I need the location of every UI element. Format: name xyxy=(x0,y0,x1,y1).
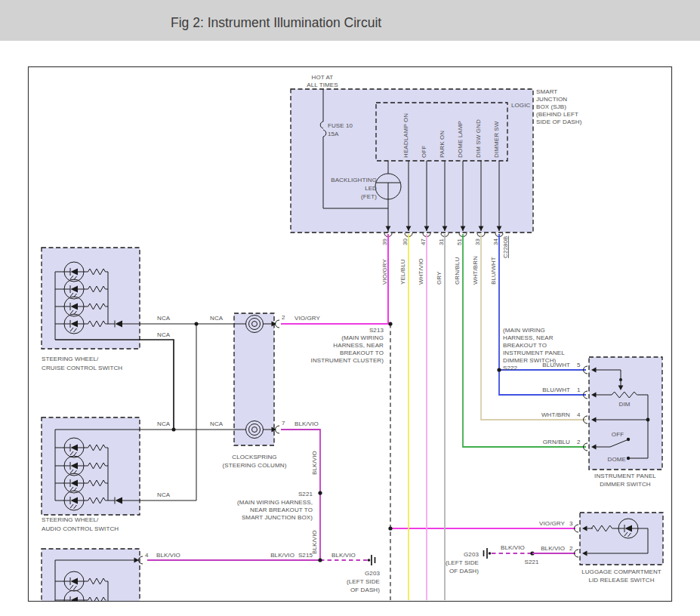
svg-text:NCA: NCA xyxy=(157,331,171,338)
cruise-switch-label: STEERING WHEEL/ xyxy=(42,356,99,362)
svg-text:BREAKOUT TO: BREAKOUT TO xyxy=(503,342,547,349)
wire-vio-gry xyxy=(281,234,575,528)
hot-at-label: HOT AT xyxy=(312,74,334,81)
svg-text:BOX (SJB): BOX (SJB) xyxy=(536,103,566,110)
svg-text:(LEFT SIDE: (LEFT SIDE xyxy=(446,559,479,566)
svg-text:AUDIO CONTROL SWITCH: AUDIO CONTROL SWITCH xyxy=(42,525,119,532)
blk-vio-label: BLK/VIO xyxy=(294,420,319,427)
svg-text:47: 47 xyxy=(420,238,427,245)
svg-text:INSTRUMENT CLUSTER): INSTRUMENT CLUSTER) xyxy=(311,357,384,364)
luggage-switch-label: LUGGAGE COMPARTMENT xyxy=(581,568,661,575)
svg-text:33: 33 xyxy=(474,238,481,245)
dimmer-switch-label: INSTRUMENT PANEL xyxy=(594,473,656,479)
clockspring-label: CLOCKSPRING xyxy=(232,454,276,460)
svg-text:HARNESS, NEAR: HARNESS, NEAR xyxy=(503,334,554,341)
svg-text:OFF: OFF xyxy=(421,146,427,158)
svg-text:CRUISE CONTROL SWITCH: CRUISE CONTROL SWITCH xyxy=(42,365,122,371)
svg-text:GRN/BLU: GRN/BLU xyxy=(454,257,461,285)
instrument-panel-dimmer-switch: OFF DOME DIM BLU/WHT 5 BLU/WHT 1 WHT/BRN… xyxy=(541,357,662,488)
pin-number: 3 xyxy=(569,520,573,527)
svg-text:(MAIN WIRING HARNESS,: (MAIN WIRING HARNESS, xyxy=(237,499,313,506)
svg-text:(MAIN WIRING: (MAIN WIRING xyxy=(503,327,545,334)
svg-text:SMART JUNCTION BOX): SMART JUNCTION BOX) xyxy=(242,514,313,521)
svg-text:(MAIN WIRING: (MAIN WIRING xyxy=(341,334,384,341)
svg-text:(FET): (FET) xyxy=(361,193,377,200)
svg-text:WHT/BRN: WHT/BRN xyxy=(541,411,570,418)
svg-text:ALL TIMES: ALL TIMES xyxy=(307,82,338,88)
svg-text:HARNESS, NEAR: HARNESS, NEAR xyxy=(333,342,384,349)
connector-label: C2280B xyxy=(502,236,509,258)
off-position-label: OFF xyxy=(612,431,624,438)
sjb-name: SMART xyxy=(536,88,557,95)
svg-text:OF DASH): OF DASH) xyxy=(449,568,479,574)
svg-text:BLU/WHT: BLU/WHT xyxy=(542,387,570,393)
svg-text:DIM SW GND: DIM SW GND xyxy=(475,119,482,158)
svg-text:1: 1 xyxy=(577,387,581,393)
pin-number: 39 xyxy=(381,238,388,245)
nca-wires: NCA NCA NCA NCA NCA NCA xyxy=(157,315,224,500)
fuse-label: FUSE 10 xyxy=(328,122,353,129)
svg-text:DIMMER SW: DIMMER SW xyxy=(493,121,500,158)
svg-text:DIMMER SWITCH: DIMMER SWITCH xyxy=(600,481,651,488)
svg-text:OF DASH): OF DASH) xyxy=(350,587,380,593)
svg-text:BLK/VIO: BLK/VIO xyxy=(270,552,294,559)
svg-text:LID RELEASE SWITCH: LID RELEASE SWITCH xyxy=(588,577,654,584)
logic-label: LOGIC xyxy=(511,102,531,109)
splice-s221b-label: S221 xyxy=(524,559,539,565)
pin-number: 5 xyxy=(577,362,581,368)
svg-text:DOME LAMP: DOME LAMP xyxy=(457,121,464,158)
clockspring-pin-2: 2 xyxy=(282,314,285,321)
svg-text:31: 31 xyxy=(438,238,445,245)
svg-text:JUNCTION: JUNCTION xyxy=(536,96,567,103)
wire-name-label: VIO/GRY xyxy=(381,259,388,285)
svg-text:BLK/VIO: BLK/VIO xyxy=(501,544,525,551)
svg-text:30: 30 xyxy=(402,238,409,245)
wiring-diagram: LOGIC SMART JUNCTION BOX (SJB) (BEHIND L… xyxy=(0,0,700,616)
splice-s221: S221 (MAIN WIRING HARNESS, NEAR BREAKOUT… xyxy=(237,491,322,521)
svg-text:2: 2 xyxy=(577,439,581,445)
svg-text:15A: 15A xyxy=(328,131,339,137)
svg-text:BREAKOUT TO: BREAKOUT TO xyxy=(340,350,384,356)
svg-text:NCA: NCA xyxy=(210,420,224,427)
dome-position-label: DOME xyxy=(608,456,626,463)
svg-text:BLK/VIO: BLK/VIO xyxy=(311,451,318,475)
wire-label: BLU/WHT xyxy=(542,362,570,368)
junction-dot xyxy=(388,526,392,530)
svg-text:(LEFT SIDE: (LEFT SIDE xyxy=(347,578,380,585)
cruise-control-switch: STEERING WHEEL/ CRUISE CONTROL SWITCH xyxy=(42,248,234,430)
wire-blk-vio-main: BLK/VIO BLK/VIO xyxy=(147,430,369,560)
audio-switch-label: STEERING WHEEL/ xyxy=(42,516,99,523)
bottom-switch-partial: 4 xyxy=(42,549,149,610)
dim-label: DIM xyxy=(619,401,631,408)
svg-text:PARK ON: PARK ON xyxy=(439,131,446,158)
svg-text:SIDE OF DASH): SIDE OF DASH) xyxy=(536,119,582,125)
svg-text:BLK/VIO: BLK/VIO xyxy=(331,552,356,559)
svg-text:BACKLIGHTING: BACKLIGHTING xyxy=(331,177,377,183)
svg-text:34: 34 xyxy=(492,238,499,245)
svg-text:GRN/BLU: GRN/BLU xyxy=(543,439,570,445)
wire-label: VIO/GRY xyxy=(539,520,565,527)
svg-text:4: 4 xyxy=(577,411,581,418)
svg-text:BLK/VIO: BLK/VIO xyxy=(541,545,565,552)
svg-text:GRY: GRY xyxy=(436,271,443,285)
svg-text:(STEERING COLUMN): (STEERING COLUMN) xyxy=(223,462,287,469)
svg-text:WHT/BRN: WHT/BRN xyxy=(472,256,479,285)
svg-text:S213: S213 xyxy=(369,327,384,334)
smart-junction-box: LOGIC SMART JUNCTION BOX (SJB) (BEHIND L… xyxy=(291,88,582,233)
svg-text:BLK/VIO: BLK/VIO xyxy=(156,552,180,559)
svg-text:NCA: NCA xyxy=(157,491,171,498)
svg-text:NCA: NCA xyxy=(210,315,224,322)
svg-text:51: 51 xyxy=(456,238,463,245)
svg-text:LED: LED xyxy=(365,185,377,192)
svg-text:G203: G203 xyxy=(365,570,380,577)
svg-text:BLK/VIO: BLK/VIO xyxy=(311,530,318,554)
nca-label: NCA xyxy=(157,315,171,322)
svg-text:NCA: NCA xyxy=(157,420,171,427)
svg-text:NEAR BREAKOUT TO: NEAR BREAKOUT TO xyxy=(250,507,313,513)
svg-text:INSTRUMENT PANEL: INSTRUMENT PANEL xyxy=(503,350,565,356)
vio-gry-label: VIO/GRY xyxy=(294,315,320,322)
luggage-lid-release-switch: VIO/GRY 3 BLK/VIO 2 LUGGAGE COMPARTMENT … xyxy=(539,513,663,584)
pin-4: 4 xyxy=(145,552,149,559)
svg-text:YEL/BLU: YEL/BLU xyxy=(399,259,406,285)
svg-text:S222: S222 xyxy=(503,365,518,371)
